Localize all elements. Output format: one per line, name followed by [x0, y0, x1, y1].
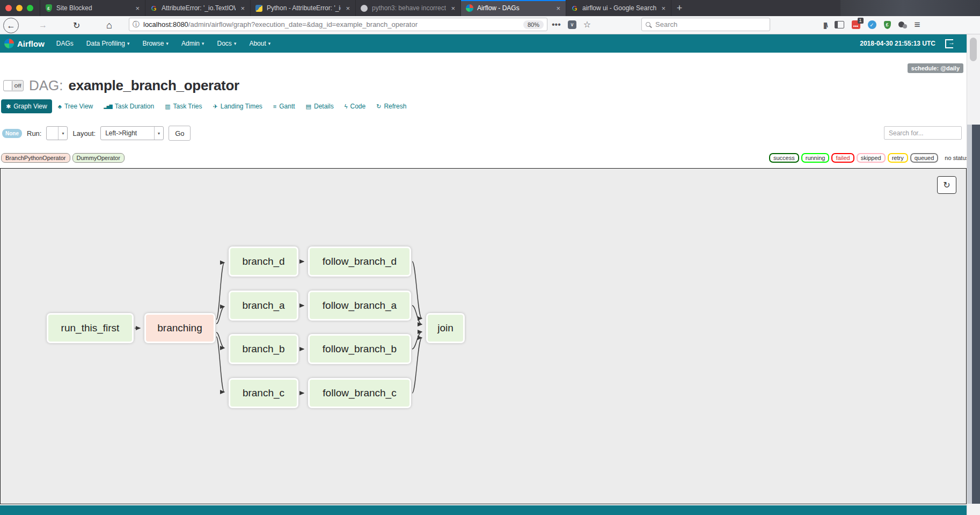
close-tab-icon[interactable]: ×	[239, 4, 246, 12]
extension-blue-icon[interactable]: ✓	[868, 20, 876, 29]
tabbar-backdrop	[840, 0, 980, 16]
home-icon: ⌂	[106, 20, 112, 31]
tab-graph-view[interactable]: ✱Graph View	[1, 99, 52, 113]
dag-node-run_this_first[interactable]: run_this_first	[47, 313, 134, 343]
nav-item-about[interactable]: About▾	[243, 40, 277, 47]
run-select[interactable]: ▾	[46, 126, 68, 140]
dag-node-branching[interactable]: branching	[144, 313, 215, 343]
extension-shield-icon[interactable]: £	[884, 21, 891, 29]
dag-node-follow_branch_d[interactable]: follow_branch_d	[308, 246, 411, 277]
dag-node-follow_branch_a[interactable]: follow_branch_a	[308, 291, 411, 321]
nav-item-admin[interactable]: Admin▾	[175, 40, 211, 47]
reload-icon: ↻	[73, 20, 80, 31]
zoom-level-badge[interactable]: 80%	[523, 20, 544, 29]
task-tries-icon: ▥	[165, 103, 170, 110]
close-tab-icon[interactable]: ×	[450, 4, 456, 12]
tab-gantt[interactable]: ≡Gantt	[268, 99, 300, 113]
close-tab-icon[interactable]: ×	[134, 4, 141, 12]
extension-badge: 1	[858, 18, 864, 24]
zoom-window-button[interactable]	[27, 5, 33, 11]
close-window-button[interactable]	[5, 5, 12, 11]
status-failed: failed	[831, 153, 854, 163]
dag-node-branch_b[interactable]: branch_b	[229, 334, 298, 364]
chevron-down-icon: ▾	[58, 127, 67, 140]
sidebar-toggle-icon[interactable]	[835, 21, 844, 28]
nav-item-browse[interactable]: Browse▾	[136, 40, 175, 47]
tab-site-blocked[interactable]: £ Site Blocked ×	[40, 0, 145, 16]
pocket-icon[interactable]: ∨	[568, 20, 576, 29]
close-tab-icon[interactable]: ×	[555, 4, 561, 12]
tab-code[interactable]: ϟCode	[340, 99, 371, 113]
tab-python-attributeerror[interactable]: Python - AttributeError: '_io.Te ×	[251, 0, 356, 16]
airflow-brand[interactable]: Airflow	[0, 39, 50, 48]
run-label: Run:	[27, 129, 41, 137]
extension-red-icon[interactable]: •••1	[852, 20, 860, 29]
dag-node-join[interactable]: join	[426, 313, 465, 343]
dag-node-branch_d[interactable]: branch_d	[229, 246, 298, 277]
hamburger-menu-icon[interactable]: ≡	[915, 19, 920, 31]
minimize-window-button[interactable]	[16, 5, 23, 11]
dag-node-branch_c[interactable]: branch_c	[229, 378, 298, 408]
back-button[interactable]: ←	[3, 18, 19, 33]
google-favicon: G	[150, 4, 158, 12]
scrollbar-thumb[interactable]	[970, 38, 977, 61]
scrollbar[interactable]	[967, 34, 980, 515]
tab-google-search[interactable]: G airflow ui - Google Search ×	[566, 0, 671, 16]
chevron-down-icon: ▾	[154, 127, 163, 140]
tab-title: Site Blocked	[56, 4, 130, 12]
dag-node-follow_branch_c[interactable]: follow_branch_c	[308, 378, 411, 408]
refresh-icon: ↻	[376, 103, 381, 110]
airflow-favicon	[465, 4, 473, 12]
url-path: /admin/airflow/graph?execution_date=&dag…	[188, 20, 523, 28]
toggle-knob	[4, 81, 12, 90]
forward-button[interactable]: →	[39, 20, 47, 30]
chevron-down-icon: ▾	[166, 41, 169, 46]
schedule-badge: schedule: @daily	[908, 63, 963, 73]
toolbar-search[interactable]	[641, 18, 770, 31]
toolbar-search-input[interactable]	[654, 20, 766, 29]
tab-airflow-dags[interactable]: Airflow - DAGs ×	[461, 0, 566, 16]
reload-button[interactable]: ↻	[73, 20, 80, 31]
brand-label: Airflow	[17, 39, 45, 48]
layout-select[interactable]: Left->Right ▾	[100, 126, 164, 140]
task-duration-icon: ▂▅▇	[104, 104, 112, 109]
refresh-button[interactable]: ↻Refresh	[371, 99, 411, 113]
gantt-icon: ≡	[273, 103, 276, 110]
dag-node-branch_a[interactable]: branch_a	[229, 291, 298, 321]
search-icon	[646, 22, 650, 27]
refresh-icon: ↻	[943, 180, 950, 190]
tab-github-behave[interactable]: python3: behave incorrectly mo ×	[356, 0, 461, 16]
dag-node-follow_branch_b[interactable]: follow_branch_b	[308, 334, 411, 364]
site-info-icon[interactable]: ⓘ	[133, 20, 140, 30]
nav-item-docs[interactable]: Docs▾	[211, 40, 243, 47]
graph-view-icon: ✱	[6, 103, 11, 110]
code-icon: ϟ	[345, 103, 348, 110]
extension-circles-icon[interactable]	[898, 20, 907, 29]
nav-item-dags[interactable]: DAGs	[50, 40, 80, 47]
go-button[interactable]: Go	[169, 126, 191, 141]
bookmark-star-icon[interactable]: ☆	[583, 19, 591, 30]
tab-landing-times[interactable]: ✈Landing Times	[208, 99, 267, 113]
tab-details[interactable]: ▤Details	[301, 99, 339, 113]
nav-item-data-profiling[interactable]: Data Profiling▾	[80, 40, 136, 47]
graph-refresh-button[interactable]: ↻	[937, 176, 956, 194]
tab-task-tries[interactable]: ▥Task Tries	[160, 99, 207, 113]
close-tab-icon[interactable]: ×	[345, 4, 351, 12]
library-icon[interactable]: |||\	[823, 21, 827, 29]
new-tab-button[interactable]: +	[671, 0, 688, 16]
legend-branchpythonoperator: BranchPythonOperator	[1, 153, 70, 163]
home-button[interactable]: ⌂	[106, 20, 112, 31]
layout-label: Layout:	[72, 129, 96, 137]
logout-icon[interactable]	[945, 39, 953, 48]
tab-attributeerror[interactable]: G AttributeError: '_io.TextIOWrapp ×	[145, 0, 251, 16]
page-actions-icon[interactable]: •••	[552, 20, 561, 30]
tab-task-duration[interactable]: ▂▅▇Task Duration	[99, 99, 159, 113]
task-search-input[interactable]	[884, 126, 962, 140]
shield-favicon: £	[45, 4, 53, 12]
close-tab-icon[interactable]: ×	[660, 4, 667, 12]
tab-title: airflow ui - Google Search	[582, 4, 656, 12]
dag-graph-canvas[interactable]: run_this_firstbranchingbranch_dbranch_ab…	[0, 168, 967, 504]
url-bar[interactable]: ⓘ localhost:8080 /admin/airflow/graph?ex…	[129, 18, 547, 31]
dag-pause-toggle[interactable]: Off	[3, 80, 24, 91]
tab-tree-view[interactable]: ♣Tree View	[53, 99, 98, 113]
